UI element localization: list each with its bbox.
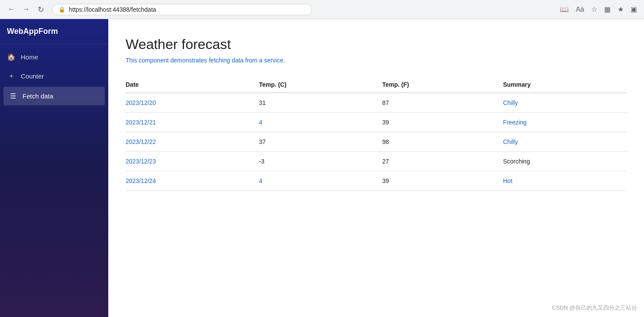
sidebar-nav: 🏠 Home ＋ Counter ☰ Fetch data (0, 44, 108, 110)
cell-date-1: 2023/12/21 (126, 113, 259, 132)
cell-summary-1: Freezing (503, 113, 627, 132)
cell-date-3: 2023/12/23 (126, 152, 259, 171)
page-subtitle: This component demonstrates fetching dat… (126, 57, 627, 64)
collections-button[interactable]: ▣ (629, 3, 639, 15)
address-bar[interactable]: 🔒 https://localhost:44388/fetchdata (52, 4, 312, 15)
browser-nav-buttons: ← → ↻ (5, 3, 47, 16)
back-button[interactable]: ← (5, 3, 17, 16)
cell-tempf-1: 39 (382, 113, 503, 132)
forecast-table: Date Temp. (C) Temp. (F) Summary 2023/12… (126, 77, 627, 191)
cell-summary-4: Hot (503, 171, 627, 191)
lock-icon: 🔒 (58, 6, 65, 13)
cell-tempc-2: 37 (259, 132, 382, 152)
cell-tempf-4: 39 (382, 171, 503, 191)
table-row: 2023/12/203187Chilly (126, 93, 627, 113)
split-view-button[interactable]: ▦ (602, 3, 612, 15)
table-row: 2023/12/24439Hot (126, 171, 627, 191)
cell-tempc-3: -3 (259, 152, 382, 171)
sidebar-item-fetchdata[interactable]: ☰ Fetch data (3, 87, 105, 105)
table-body: 2023/12/203187Chilly2023/12/21439Freezin… (126, 93, 627, 191)
cell-tempc-0: 31 (259, 93, 382, 113)
cell-summary-0: Chilly (503, 93, 627, 113)
col-tempc: Temp. (C) (259, 77, 382, 93)
app-layout: WebAppForm 🏠 Home ＋ Counter ☰ Fetch data… (0, 19, 644, 317)
col-tempf: Temp. (F) (382, 77, 503, 93)
cell-tempf-2: 98 (382, 132, 503, 152)
page-title: Weather forecast (126, 36, 627, 52)
table-header: Date Temp. (C) Temp. (F) Summary (126, 77, 627, 93)
table-row: 2023/12/21439Freezing (126, 113, 627, 132)
sidebar: WebAppForm 🏠 Home ＋ Counter ☰ Fetch data (0, 19, 108, 317)
sidebar-item-home[interactable]: 🏠 Home (0, 48, 108, 66)
reload-button[interactable]: ↻ (35, 3, 47, 16)
font-size-button[interactable]: Aà (574, 4, 586, 15)
footer-watermark: CSDN @自己的九又四分之三站台 (552, 304, 637, 312)
cell-date-0: 2023/12/20 (126, 93, 259, 113)
bookmark-button[interactable]: ☆ (589, 3, 599, 15)
sidebar-brand: WebAppForm (0, 19, 108, 44)
sidebar-item-counter-label: Counter (21, 72, 44, 80)
favorites-button[interactable]: ★ (616, 3, 625, 15)
forward-button[interactable]: → (20, 3, 32, 16)
col-summary: Summary (503, 77, 627, 93)
browser-actions: 📖 Aà ☆ ▦ ★ ▣ (558, 3, 639, 15)
col-date: Date (126, 77, 259, 93)
table-row: 2023/12/223798Chilly (126, 132, 627, 152)
cell-date-4: 2023/12/24 (126, 171, 259, 191)
main-content: Weather forecast This component demonstr… (108, 19, 644, 317)
plus-icon: ＋ (7, 72, 16, 81)
cell-summary-3: Scorching (503, 152, 627, 171)
cell-tempf-3: 27 (382, 152, 503, 171)
brand-text: WebAppForm (7, 27, 58, 36)
sidebar-item-home-label: Home (21, 53, 38, 61)
cell-tempc-4: 4 (259, 171, 382, 191)
table-row: 2023/12/23-327Scorching (126, 152, 627, 171)
cell-tempf-0: 87 (382, 93, 503, 113)
cell-summary-2: Chilly (503, 132, 627, 152)
table-icon: ☰ (9, 92, 17, 100)
sidebar-item-fetchdata-label: Fetch data (23, 92, 53, 100)
home-icon: 🏠 (7, 53, 16, 61)
browser-chrome: ← → ↻ 🔒 https://localhost:44388/fetchdat… (0, 0, 644, 19)
cell-date-2: 2023/12/22 (126, 132, 259, 152)
table-header-row: Date Temp. (C) Temp. (F) Summary (126, 77, 627, 93)
reader-mode-button[interactable]: 📖 (558, 3, 570, 15)
cell-tempc-1: 4 (259, 113, 382, 132)
url-text: https://localhost:44388/fetchdata (69, 6, 156, 13)
sidebar-item-counter[interactable]: ＋ Counter (0, 66, 108, 86)
